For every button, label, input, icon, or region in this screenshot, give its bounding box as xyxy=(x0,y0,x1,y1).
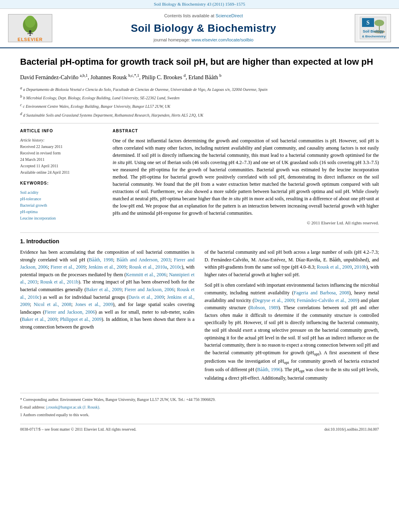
in-situ-3: in situ xyxy=(338,367,350,372)
homepage-link[interactable]: www.elsevier.com/locate/soilbio xyxy=(191,37,253,42)
in-situ-1: in situ xyxy=(113,160,125,165)
ref-rousk2010a[interactable]: Rousk et al., 2010a xyxy=(129,264,167,270)
email-label: E-mail address: xyxy=(20,405,45,409)
accepted-date: Accepted 11 April 2011 xyxy=(20,163,101,169)
svg-point-13 xyxy=(374,20,384,26)
sbb-logo-svg: S Soil Biology & Biochemistry xyxy=(358,15,388,41)
ref-baath1998[interactable]: Bååth, 1998 xyxy=(89,257,113,263)
body-col-left: Evidence has been accumulating that the … xyxy=(20,249,195,385)
sbb-logo-inner: S Soil Biology & Biochemistry xyxy=(358,15,388,41)
ref-degryse2009[interactable]: Degryse et al., 2009 xyxy=(254,298,294,303)
svg-line-5 xyxy=(27,33,30,34)
svg-text:& Biochemistry: & Biochemistry xyxy=(362,35,386,38)
author-brookes: Philip C. Brookes d, xyxy=(142,74,188,80)
footnote-corresponding: * Corresponding author. Environment Cent… xyxy=(20,396,379,403)
elsevier-wordmark: ELSEVIER xyxy=(18,37,43,42)
svg-line-8 xyxy=(30,35,32,36)
elsevier-logo-image: ELSEVIER xyxy=(8,14,52,42)
journal-name: Soil Biology & Biochemistry xyxy=(52,21,355,35)
ref-kemmitt2006[interactable]: Kemmitt et al., 2006 xyxy=(126,272,166,277)
ref-rousk2010c[interactable]: 2010c xyxy=(170,264,181,270)
authors-line: David Fernández-Calviño a,b,1, Johannes … xyxy=(20,72,379,82)
in-situ-2: in situ xyxy=(228,196,241,201)
ref-jones2009[interactable]: Jones et al., 2009 xyxy=(75,302,113,307)
received-revised-label: Received in revised form xyxy=(20,150,101,156)
intro-para-3: Soil pH is often correlated with importa… xyxy=(205,281,379,382)
ref-fierer2009[interactable]: Fierer et al., 2009 xyxy=(51,264,86,270)
ref-rousk2011b[interactable]: Rousk et al., 2011b xyxy=(40,279,78,285)
elsevier-brand: ELSEVIER xyxy=(12,14,48,42)
ref-rousk2009[interactable]: Rousk et al., 2009 xyxy=(317,264,352,270)
author-baath: Erland Bååth b xyxy=(189,74,222,80)
ref-rousk2010b[interactable]: 2010b xyxy=(354,264,366,270)
footnote-email: E-mail address: j.rousk@bangor.ac.uk (J.… xyxy=(20,404,379,410)
revised-date: 24 March 2011 xyxy=(20,156,101,163)
svg-line-7 xyxy=(29,35,30,36)
affiliation-c: c c Environment Centre Wales, Ecology Bu… xyxy=(20,102,379,109)
divider-1 xyxy=(20,123,379,123)
affiliation-d: d d Sustainable Soils and Grassland Syst… xyxy=(20,111,379,118)
ref-nicol2008[interactable]: Nicol et al., 2008 xyxy=(34,302,71,307)
keywords-section: Keywords: Soil acidity pH-tolerance Bact… xyxy=(20,181,101,222)
ref-robson1989[interactable]: Robson, 1989 xyxy=(250,305,278,310)
main-content: Bacterial pH-optima for growth track soi… xyxy=(0,48,399,441)
footnotes-block: * Corresponding author. Environment Cent… xyxy=(20,393,379,418)
email-link[interactable]: j.rousk@bangor.ac.uk (J. Rousk). xyxy=(46,405,100,409)
abstract-text: One of the most influential factors dete… xyxy=(113,137,379,217)
ref-fageria2008[interactable]: Fageria and Barbosa, 2008 xyxy=(294,290,349,296)
elsevier-tree-svg xyxy=(12,14,48,36)
available-date: Available online 24 April 2011 xyxy=(20,169,101,176)
doi-line: doi:10.1016/j.soilbio.2011.04.007 xyxy=(325,427,379,432)
journal-masthead: ELSEVIER Contents lists available at Sci… xyxy=(0,9,399,48)
svg-point-2 xyxy=(25,16,35,28)
article-title: Bacterial pH-optima for growth track soi… xyxy=(20,56,379,68)
ref-fernandez2009[interactable]: Fernández-Calviño et al., 2009 xyxy=(297,298,358,303)
sciencedirect-anchor[interactable]: ScienceDirect xyxy=(216,13,243,18)
affiliation-b: b b Microbial Ecology, Dept. Biology, Ec… xyxy=(20,93,379,101)
keyword-2: pH-tolerance xyxy=(20,196,101,202)
article-history-block: Article history: Received 22 January 201… xyxy=(20,137,101,176)
intro-para-1: Evidence has been accumulating that the … xyxy=(20,249,195,331)
intro-para-2: of the bacterial community and soil pH b… xyxy=(205,249,379,278)
svg-text:Soil Biology: Soil Biology xyxy=(363,29,384,33)
affiliation-a: a a Departamento de Bioloxía Vexetal e C… xyxy=(20,85,379,92)
ref-davis2009[interactable]: Davis et al., 2009 xyxy=(128,294,164,300)
ref-baker2009[interactable]: Baker et al., 2009 xyxy=(86,287,121,292)
keyword-3: Bacterial growth xyxy=(20,202,101,209)
article-info-column: ARTICLE INFO Article history: Received 2… xyxy=(20,128,101,226)
article-info-label: ARTICLE INFO xyxy=(20,128,101,134)
body-content: 1. Introduction Evidence has been accumu… xyxy=(20,238,379,385)
issn-line: 0038-0717/$ – see front matter © 2011 El… xyxy=(20,427,136,432)
author-fernandez: David Fernández-Calviño a,b,1, xyxy=(20,74,90,80)
keywords-label: Keywords: xyxy=(20,181,101,186)
section1-heading: 1. Introduction xyxy=(20,238,379,246)
footnote-equal: 1 Authors contributed equally to this wo… xyxy=(20,412,379,418)
ref-baath1996[interactable]: Bååth, 1996 xyxy=(257,367,280,372)
sciencedirect-link: Contents lists available at ScienceDirec… xyxy=(52,13,355,19)
bottom-bar: 0038-0717/$ – see front matter © 2011 El… xyxy=(20,424,379,432)
keyword-4: pH-optima xyxy=(20,209,101,215)
ref-fierer-jackson2006[interactable]: Fierer and Jackson, 2006 xyxy=(125,287,174,292)
svg-point-3 xyxy=(29,30,31,33)
ref-fierer-jackson2006-2[interactable]: Fierer and Jackson, 2006 xyxy=(45,309,95,315)
citation-bar: Soil Biology & Biochemistry 43 (2011) 15… xyxy=(0,0,399,9)
journal-right-logo: S Soil Biology & Biochemistry xyxy=(355,14,391,42)
ref-philippot2009[interactable]: Philippot et al., 2009 xyxy=(60,316,101,322)
copyright-text: © 2011 Elsevier Ltd. All rights reserved… xyxy=(113,220,379,226)
ref-baker2009-2[interactable]: Baker et al., 2009 xyxy=(22,316,57,322)
ref-jenkins2009[interactable]: Jenkins et al., 2009 xyxy=(88,264,126,270)
author-rousk: Johannes Rousk b,c,*,1, xyxy=(90,74,142,80)
citation-text: Soil Biology & Biochemistry 43 (2011) 15… xyxy=(154,2,245,6)
divider-2 xyxy=(20,232,379,233)
journal-homepage: journal homepage: www.elsevier.com/locat… xyxy=(52,37,355,43)
svg-text:S: S xyxy=(366,20,370,26)
body-col-right: of the bacterial community and soil pH b… xyxy=(205,249,379,385)
body-two-col: Evidence has been accumulating that the … xyxy=(20,249,379,385)
journal-title-block: Contents lists available at ScienceDirec… xyxy=(52,13,355,43)
history-label: Article history: xyxy=(20,137,101,144)
svg-line-6 xyxy=(30,33,33,34)
abstract-column: ABSTRACT One of the most influential fac… xyxy=(113,128,379,226)
elsevier-logo-container: ELSEVIER xyxy=(8,14,52,42)
ref-baath2003[interactable]: Bååth and Anderson, 2003 xyxy=(117,257,171,263)
abstract-label: ABSTRACT xyxy=(113,128,379,134)
